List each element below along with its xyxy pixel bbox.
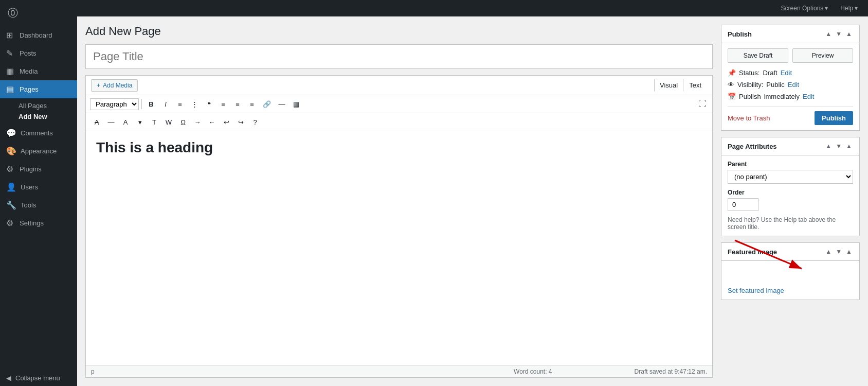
publish-collapse-up[interactable]: ▲ — [824, 29, 833, 39]
settings-icon: ⚙ — [6, 218, 15, 228]
order-label: Order — [728, 189, 853, 196]
paste-text-button[interactable]: T — [148, 115, 161, 129]
editor-wrapper: + Add Media Visual Text — [85, 75, 713, 378]
editor-content[interactable]: This is a heading — [86, 131, 712, 365]
publish-label-row: Publish — [739, 93, 761, 100]
sidebar-item-users[interactable]: 👤 Users — [0, 178, 77, 196]
help-text: Need help? Use the Help tab above the sc… — [728, 216, 853, 231]
kitchen-sink-button[interactable]: ▦ — [290, 97, 303, 111]
editor-toolbar-row2: A — A ▾ T W Ω → ← ↩ ↪ ? — [86, 113, 712, 131]
sidebar-item-comments[interactable]: 💬 Comments — [0, 124, 77, 142]
publish-button[interactable]: Publish — [815, 111, 853, 125]
visibility-row: 👁 Visibility: Public Edit — [728, 81, 853, 89]
tab-text[interactable]: Text — [683, 79, 707, 92]
editor-statusbar: p Word count: 4 Draft saved at 9:47:12 a… — [86, 365, 712, 377]
appearance-icon: 🎨 — [6, 146, 16, 156]
more-button[interactable]: — — [275, 97, 288, 111]
editor-toolbar-top: + Add Media Visual Text — [86, 76, 712, 95]
sidebar-item-plugins[interactable]: ⚙ Plugins — [0, 160, 77, 178]
comments-icon: 💬 — [6, 128, 16, 138]
main-area: Screen Options ▾ Help ▾ Add New Page + A… — [77, 0, 868, 386]
tab-visual[interactable]: Visual — [654, 79, 683, 92]
sidebar-item-pages[interactable]: ▤ Pages — [0, 80, 77, 98]
add-media-button[interactable]: + Add Media — [91, 79, 138, 92]
content-area: Add New Page + Add Media Visual Text — [77, 16, 868, 386]
help-toolbar-button[interactable]: ? — [248, 115, 262, 129]
publish-collapse-down[interactable]: ▼ — [835, 29, 843, 39]
featured-close[interactable]: ▲ — [845, 247, 853, 256]
align-center-button[interactable]: ≡ — [231, 97, 244, 111]
publish-box-controls: ▲ ▼ ▲ — [824, 29, 853, 39]
wp-logo-icon: ⓪ — [8, 6, 18, 20]
attributes-collapse-down[interactable]: ▼ — [835, 142, 843, 151]
move-to-trash-button[interactable]: Move to Trash — [728, 114, 770, 122]
format-select[interactable]: Paragraph Heading 1 Heading 2 — [90, 98, 139, 110]
sidebar-item-tools[interactable]: 🔧 Tools — [0, 196, 77, 214]
font-color-dropdown[interactable]: ▾ — [133, 115, 147, 129]
page-title-input[interactable] — [85, 44, 713, 69]
attributes-close[interactable]: ▲ — [845, 142, 853, 151]
editor-area: Add New Page + Add Media Visual Text — [85, 25, 713, 378]
tools-icon: 🔧 — [6, 200, 16, 210]
status-edit-link[interactable]: Edit — [781, 69, 792, 77]
collapse-menu[interactable]: ◀ Collapse menu — [0, 370, 77, 386]
parent-select[interactable]: (no parent) — [728, 170, 853, 184]
publish-close[interactable]: ▲ — [845, 29, 853, 39]
sidebar-item-posts[interactable]: ✎ Posts — [0, 44, 77, 62]
publish-box-body: Save Draft Preview 📌 Status: Draft Edit … — [721, 43, 859, 130]
featured-image-header: Featured image ▲ ▼ ▲ — [721, 243, 859, 261]
sidebar-item-dashboard[interactable]: ⊞ Dashboard — [0, 26, 77, 44]
status-icon: 📌 — [728, 69, 736, 77]
italic-button[interactable]: I — [159, 97, 172, 111]
visibility-edit-link[interactable]: Edit — [788, 81, 799, 89]
bold-button[interactable]: B — [144, 97, 158, 111]
link-button[interactable]: 🔗 — [260, 97, 274, 111]
custom-chars-button[interactable]: Ω — [176, 115, 190, 129]
font-color-button[interactable]: A — [119, 115, 132, 129]
dashboard-icon: ⊞ — [6, 30, 15, 40]
schedule-edit-link[interactable]: Edit — [803, 93, 814, 100]
sidebar-item-appearance[interactable]: 🎨 Appearance — [0, 142, 77, 160]
fullscreen-button[interactable]: ⛶ — [697, 98, 708, 110]
sidebar-subitem-all-pages[interactable]: All Pages — [19, 100, 77, 111]
undo-button[interactable]: ↩ — [220, 115, 233, 129]
attributes-collapse-up[interactable]: ▲ — [824, 142, 833, 151]
order-input[interactable] — [728, 198, 758, 211]
pages-icon: ▤ — [6, 84, 15, 94]
featured-image-body: Set featured image — [721, 261, 859, 300]
featured-collapse-down[interactable]: ▼ — [835, 247, 843, 256]
blockquote-button[interactable]: ❝ — [202, 97, 215, 111]
set-featured-image-link[interactable]: Set featured image — [728, 287, 784, 294]
align-right-button[interactable]: ≡ — [245, 97, 259, 111]
sidebar-item-settings[interactable]: ⚙ Settings — [0, 214, 77, 232]
sidebar-subitem-add-new[interactable]: Add New — [19, 111, 77, 122]
screen-options-button[interactable]: Screen Options ▾ — [777, 3, 833, 14]
strikethrough-button[interactable]: A — [90, 115, 103, 129]
plugins-icon: ⚙ — [6, 164, 15, 174]
preview-button[interactable]: Preview — [792, 48, 853, 63]
collapse-icon: ◀ — [6, 374, 11, 382]
page-attributes-body: Parent (no parent) Order Need help? Use … — [721, 155, 859, 236]
sidebar-item-media[interactable]: ▦ Media — [0, 62, 77, 80]
status-label: Status: — [739, 69, 760, 77]
page-attributes-header: Page Attributes ▲ ▼ ▲ — [721, 137, 859, 155]
visibility-icon: 👁 — [728, 81, 734, 89]
word-count-value: 4 — [549, 368, 552, 375]
horizontal-rule-button[interactable]: — — [104, 115, 118, 129]
sidebar: ⓪ ⊞ Dashboard ✎ Posts ▦ Media ▤ Pages Al… — [0, 0, 77, 386]
media-icon: ▦ — [6, 66, 15, 76]
ordered-list-button[interactable]: ⋮ — [188, 97, 201, 111]
calendar-icon: 📅 — [728, 93, 736, 100]
draft-saved-text: Word count: 4 Draft saved at 9:47:12 am. — [514, 368, 707, 375]
outdent-button[interactable]: ← — [205, 115, 219, 129]
redo-button[interactable]: ↪ — [234, 115, 247, 129]
indent-button[interactable]: → — [191, 115, 204, 129]
featured-collapse-up[interactable]: ▲ — [824, 247, 833, 256]
save-draft-button[interactable]: Save Draft — [728, 48, 788, 63]
page-attributes-controls: ▲ ▼ ▲ — [824, 142, 853, 151]
posts-icon: ✎ — [6, 48, 15, 58]
unordered-list-button[interactable]: ≡ — [173, 97, 187, 111]
help-button[interactable]: Help ▾ — [836, 3, 862, 14]
align-left-button[interactable]: ≡ — [216, 97, 230, 111]
paste-word-button[interactable]: W — [162, 115, 175, 129]
